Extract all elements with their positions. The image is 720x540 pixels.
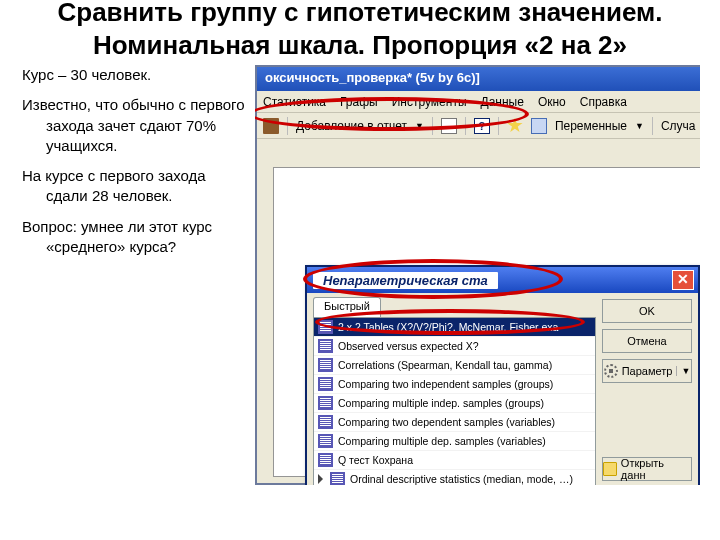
list-item-label: Q тест Кохрана [338,454,413,466]
grid-icon [330,472,345,485]
list-item-two-dep[interactable]: Comparing two dependent samples (variabl… [314,413,595,432]
page-title: Сравнить группу с гипотетическим значени… [0,0,720,65]
close-icon[interactable]: ✕ [672,270,694,290]
button-label: OK [639,305,655,317]
dialog-right-pane: OK Отмена Параметр▼ Открыть данн SELECT … [602,293,698,485]
list-item-label: Correlations (Spearman, Kendall tau, gam… [338,359,552,371]
grid-icon [318,358,333,372]
menu-window[interactable]: Окно [538,95,566,109]
list-item-two-indep[interactable]: Comparing two independent samples (group… [314,375,595,394]
list-item-label: Comparing two dependent samples (variabl… [338,416,555,428]
list-item-label: Comparing multiple indep. samples (group… [338,397,544,409]
grid-icon [318,434,333,448]
list-item-label: Comparing multiple dep. samples (variabl… [338,435,546,447]
variables-button[interactable]: Переменные [555,119,627,133]
list-item-label: Comparing two independent samples (group… [338,378,553,390]
list-item-cochran[interactable]: Q тест Кохрана [314,451,595,470]
list-item-correlations[interactable]: Correlations (Spearman, Kendall tau, gam… [314,356,595,375]
list-item-ordinal[interactable]: Ordinal descriptive statistics (median, … [314,470,595,485]
highlight-ellipse-dialog-title [303,259,563,299]
content-wrapper: Курс – 30 человек. Известно, что обычно … [0,65,720,485]
left-text-column: Курс – 30 человек. Известно, что обычно … [0,65,255,485]
gear-icon [604,364,618,378]
grid-icon [318,415,333,429]
grid-icon [318,377,333,391]
list-item-mult-dep[interactable]: Comparing multiple dep. samples (variabl… [314,432,595,451]
list-item-label: Ordinal descriptive statistics (median, … [350,473,573,485]
window-titlebar: оксичность_проверка* (5v by 6c)] [257,67,700,91]
paragraph-4: Вопрос: умнее ли этот курс «среднего» ку… [22,217,245,258]
nonparametric-dialog: Непараметрическая ста ✕ Быстрый 2 x 2 Ta… [305,265,700,485]
paragraph-1: Курс – 30 человек. [22,65,245,85]
grid-icon [318,339,333,353]
screenshot-area: оксичность_проверка* (5v by 6c)] Статист… [255,65,700,485]
button-label: Открыть данн [621,457,691,481]
paragraph-2: Известно, что обычно с первого захода за… [22,95,245,156]
spacer [602,389,692,451]
list-item-mult-indep[interactable]: Comparing multiple indep. samples (group… [314,394,595,413]
button-label: Отмена [627,335,666,347]
list-item-obs-exp[interactable]: Observed versus expected X? [314,337,595,356]
grid-icon [318,396,333,410]
variables-icon[interactable] [531,118,547,134]
cases-button[interactable]: Случа [661,119,696,133]
cancel-button[interactable]: Отмена [602,329,692,353]
separator [652,117,653,135]
list-item-label: Observed versus expected X? [338,340,479,352]
highlight-ellipse-menu [255,97,529,131]
highlight-ellipse-list-item [315,309,585,335]
chevron-down-icon: ▼ [676,366,690,376]
open-data-button[interactable]: Открыть данн [602,457,692,481]
dropdown-icon[interactable]: ▼ [635,121,644,131]
options-button[interactable]: Параметр▼ [602,359,692,383]
triangle-icon [318,474,323,484]
grid-icon [318,453,333,467]
button-label: Параметр [622,365,673,377]
paragraph-3: На курсе с первого захода сдали 28 челов… [22,166,245,207]
folder-open-icon [603,462,617,476]
menu-help[interactable]: Справка [580,95,627,109]
ok-button[interactable]: OK [602,299,692,323]
dialog-list: 2 x 2 Tables (X?/V?/Phi?, McNemar, Fishe… [313,317,596,485]
